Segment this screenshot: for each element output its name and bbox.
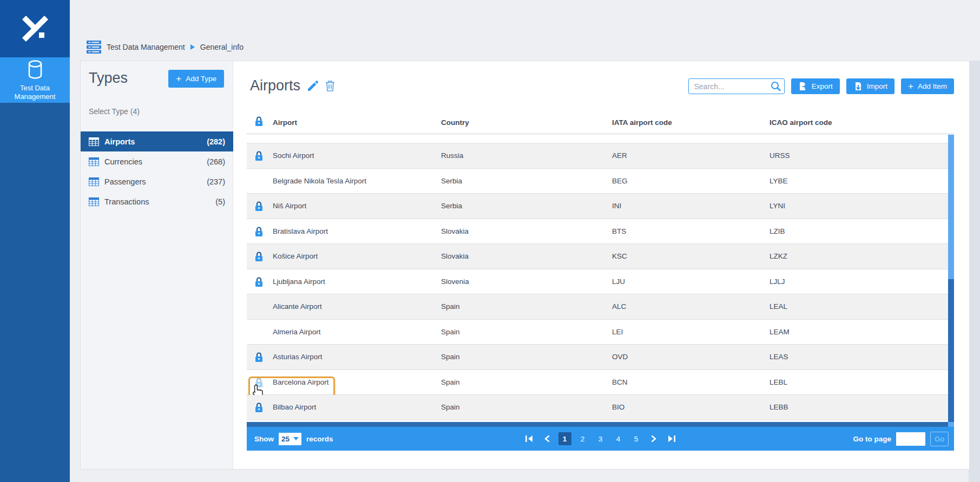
goto-page-input[interactable]	[896, 432, 925, 446]
cell-icao: LZKZ	[769, 252, 787, 260]
types-panel-title: Types	[89, 70, 128, 87]
page-number-2[interactable]: 2	[576, 432, 589, 445]
edit-type-button[interactable]	[307, 80, 319, 92]
table-vertical-scrollbar[interactable]	[948, 135, 954, 422]
page-number-4[interactable]: 4	[612, 432, 625, 445]
table-icon	[89, 197, 99, 206]
pagination-bar: Show 25 records 12345 Go to page Go	[247, 427, 954, 451]
table-row[interactable]: Barcelona AirportSpainBCNLEBL	[247, 370, 948, 395]
cell-airport: Almeria Airport	[273, 328, 321, 336]
sidebar-item-passengers[interactable]: Passengers(237)	[81, 171, 233, 192]
add-type-button[interactable]: + Add Type	[168, 70, 224, 88]
cell-country: Spain	[441, 302, 460, 311]
lock-icon[interactable]	[255, 252, 263, 262]
app-logo[interactable]	[0, 0, 70, 57]
export-button[interactable]: Export	[791, 78, 840, 94]
breadcrumb-item-current[interactable]: General_info	[200, 43, 244, 51]
lock-icon[interactable]	[255, 151, 263, 161]
lock-icon[interactable]	[255, 116, 263, 127]
cell-icao: LEBL	[769, 378, 787, 386]
window-scroll-strip[interactable]	[969, 61, 980, 482]
cell-icao: URSS	[769, 151, 790, 160]
cell-iata: AER	[612, 151, 627, 160]
first-page-icon[interactable]	[523, 432, 536, 445]
page-number-3[interactable]: 3	[594, 432, 607, 445]
types-panel: Types + Add Type Select Type (4) Airport…	[81, 61, 233, 469]
next-page-icon[interactable]	[648, 432, 661, 445]
breadcrumb-item-root[interactable]: Test Data Management	[107, 43, 185, 51]
content-title-row: Airports	[250, 77, 335, 94]
cell-country: Slovakia	[441, 227, 469, 235]
type-label: Transactions	[104, 197, 149, 206]
cell-airport: Niš Airport	[273, 202, 306, 210]
lock-icon[interactable]	[255, 277, 263, 287]
page-size-select[interactable]: 25	[279, 433, 301, 445]
table-row[interactable]: Alicante AirportSpainALCLEAL	[247, 294, 948, 320]
lock-icon[interactable]	[255, 227, 263, 237]
cell-icao: LYBE	[769, 177, 788, 185]
sidebar-item-transactions[interactable]: Transactions(5)	[81, 192, 233, 212]
sidebar-item-airports[interactable]: Airports(282)	[81, 131, 233, 151]
goto-page-control: Go to page Go	[853, 432, 949, 446]
plus-icon: +	[908, 81, 913, 92]
table-body: Sochi AirportRussiaAERURSSBelgrade Nikol…	[247, 135, 948, 422]
cell-icao: LEBB	[769, 403, 788, 411]
export-icon	[798, 82, 807, 91]
table-row[interactable]: Niš AirportSerbiaINILYNI	[247, 194, 948, 219]
cell-country: Russia	[441, 151, 463, 160]
table-row[interactable]: Almeria AirportSpainLEILEAM	[247, 320, 948, 345]
table-header: Airport Country IATA airport code ICAO a…	[247, 114, 954, 134]
cell-airport: Alicante Airport	[273, 302, 322, 311]
col-header-country[interactable]: Country	[441, 118, 469, 127]
cell-airport: Košice Airport	[273, 252, 318, 260]
col-header-iata[interactable]: IATA airport code	[612, 118, 672, 127]
type-label: Currencies	[104, 157, 142, 166]
table-row[interactable]: Bilbao AirportSpainBIOLEBB	[247, 395, 948, 420]
last-page-icon[interactable]	[666, 432, 679, 445]
table-row[interactable]: Belgrade Nikola Tesla AirportSerbiaBEGLY…	[247, 169, 948, 194]
table-row[interactable]: Košice AirportSlovakiaKSCLZKZ	[247, 244, 948, 269]
table-row[interactable]: Asturias AirportSpainOVDLEAS	[247, 345, 948, 370]
go-button[interactable]: Go	[930, 432, 949, 446]
delete-type-button[interactable]	[325, 80, 335, 91]
lock-icon[interactable]	[255, 378, 263, 388]
table-horizontal-scrollbar[interactable]	[247, 422, 948, 427]
cell-icao: LEAM	[769, 328, 790, 336]
import-icon	[853, 82, 863, 91]
col-header-airport[interactable]: Airport	[273, 118, 297, 127]
import-button[interactable]: Import	[846, 78, 895, 94]
previous-page-icon[interactable]	[541, 432, 554, 445]
table-icon	[89, 177, 99, 186]
sidebar-item-currencies[interactable]: Currencies(268)	[81, 151, 233, 171]
cell-airport: Bratislava Airport	[273, 227, 328, 235]
lock-icon[interactable]	[255, 201, 263, 212]
data-stack-icon	[87, 41, 101, 54]
cell-airport: Bilbao Airport	[273, 403, 316, 411]
lock-icon[interactable]	[255, 352, 263, 362]
table-row[interactable]: Bratislava AirportSlovakiaBTSLZIB	[247, 219, 948, 245]
cell-iata: INI	[612, 202, 621, 210]
cell-icao: LEAS	[769, 353, 788, 361]
table-row[interactable]: Sochi AirportRussiaAERURSS	[247, 143, 948, 169]
table-row[interactable]: Ljubljana AirportSloveniaLJULJLJ	[247, 269, 948, 295]
table-icon	[89, 157, 99, 166]
cell-airport: Barcelona Airport	[273, 378, 329, 386]
cell-iata: LJU	[612, 278, 625, 286]
cell-icao: LYNI	[769, 202, 785, 210]
cell-country: Serbia	[441, 202, 462, 210]
trash-icon	[325, 80, 335, 91]
lock-icon[interactable]	[255, 402, 263, 413]
cell-iata: LEI	[612, 328, 623, 336]
type-label: Airports	[104, 137, 135, 146]
cell-iata: KSC	[612, 252, 627, 260]
cell-icao: LZIB	[769, 227, 785, 235]
type-count: (237)	[207, 177, 225, 186]
page-number-1[interactable]: 1	[558, 432, 571, 445]
add-item-button[interactable]: + Add Item	[901, 78, 954, 94]
col-header-icao[interactable]: ICAO airport code	[769, 118, 832, 127]
sidebar-item-test-data-management[interactable]: Test Data Management	[0, 57, 70, 103]
partial-row	[247, 135, 948, 143]
search-icon[interactable]	[771, 81, 781, 91]
scrollbar-thumb[interactable]	[948, 279, 954, 422]
page-number-5[interactable]: 5	[630, 432, 643, 445]
